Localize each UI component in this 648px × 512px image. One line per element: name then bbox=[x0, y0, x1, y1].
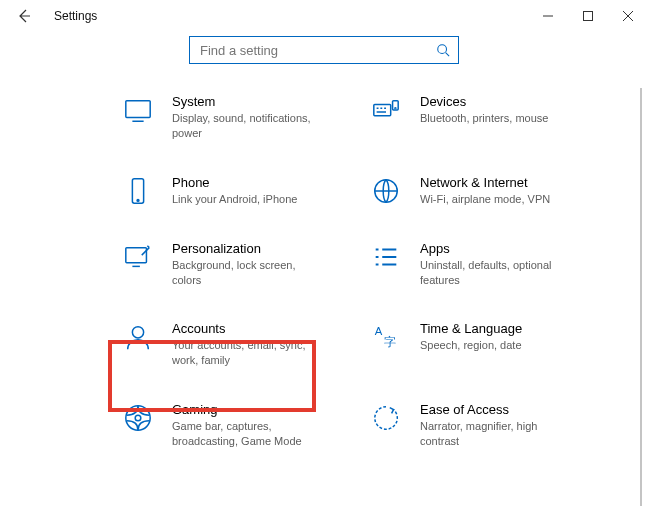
title-bar: Settings bbox=[0, 0, 648, 32]
svg-point-5 bbox=[395, 108, 396, 109]
tile-desc: Display, sound, notifications, power bbox=[172, 111, 312, 141]
tile-gaming[interactable]: Gaming Game bar, captures, broadcasting,… bbox=[118, 396, 346, 455]
system-icon bbox=[122, 94, 154, 126]
svg-rect-2 bbox=[126, 101, 150, 118]
tile-desc: Bluetooth, printers, mouse bbox=[420, 111, 548, 126]
ease-of-access-icon bbox=[370, 402, 402, 434]
gaming-icon bbox=[122, 402, 154, 434]
settings-grid: System Display, sound, notifications, po… bbox=[0, 88, 634, 455]
tile-title: Gaming bbox=[172, 402, 312, 417]
tile-desc: Narrator, magnifier, high contrast bbox=[420, 419, 560, 449]
tile-title: Phone bbox=[172, 175, 297, 190]
search-input[interactable] bbox=[198, 42, 436, 59]
svg-text:字: 字 bbox=[384, 336, 396, 350]
search-icon bbox=[436, 43, 450, 57]
tile-desc: Uninstall, defaults, optional features bbox=[420, 258, 560, 288]
tile-desc: Background, lock screen, colors bbox=[172, 258, 312, 288]
tile-desc: Game bar, captures, broadcasting, Game M… bbox=[172, 419, 312, 449]
tile-personalization[interactable]: Personalization Background, lock screen,… bbox=[118, 235, 346, 294]
close-button[interactable] bbox=[608, 0, 648, 32]
tile-desc: Your accounts, email, sync, work, family bbox=[172, 338, 312, 368]
tile-title: Personalization bbox=[172, 241, 312, 256]
svg-point-14 bbox=[135, 415, 141, 421]
tile-title: Ease of Access bbox=[420, 402, 560, 417]
tile-title: Network & Internet bbox=[420, 175, 550, 190]
window-controls bbox=[528, 0, 648, 32]
maximize-button[interactable] bbox=[568, 0, 608, 32]
minimize-button[interactable] bbox=[528, 0, 568, 32]
tile-accounts[interactable]: Accounts Your accounts, email, sync, wor… bbox=[118, 315, 346, 374]
back-button[interactable] bbox=[8, 0, 40, 32]
tile-system[interactable]: System Display, sound, notifications, po… bbox=[118, 88, 346, 147]
tile-time-language[interactable]: A 字 Time & Language Speech, region, date bbox=[366, 315, 594, 374]
search-box[interactable] bbox=[189, 36, 459, 64]
tile-title: Accounts bbox=[172, 321, 312, 336]
tile-title: System bbox=[172, 94, 312, 109]
tile-desc: Wi-Fi, airplane mode, VPN bbox=[420, 192, 550, 207]
network-icon bbox=[370, 175, 402, 207]
tile-title: Time & Language bbox=[420, 321, 522, 336]
svg-rect-9 bbox=[126, 247, 147, 262]
tile-network[interactable]: Network & Internet Wi-Fi, airplane mode,… bbox=[366, 169, 594, 213]
svg-text:A: A bbox=[375, 326, 383, 338]
tile-ease-of-access[interactable]: Ease of Access Narrator, magnifier, high… bbox=[366, 396, 594, 455]
tile-apps[interactable]: Apps Uninstall, defaults, optional featu… bbox=[366, 235, 594, 294]
svg-point-7 bbox=[137, 199, 139, 201]
tile-title: Apps bbox=[420, 241, 560, 256]
tile-title: Devices bbox=[420, 94, 548, 109]
phone-icon bbox=[122, 175, 154, 207]
tile-desc: Link your Android, iPhone bbox=[172, 192, 297, 207]
tile-devices[interactable]: Devices Bluetooth, printers, mouse bbox=[366, 88, 594, 147]
devices-icon bbox=[370, 94, 402, 126]
svg-point-10 bbox=[132, 327, 143, 338]
window-title: Settings bbox=[54, 9, 97, 23]
accounts-icon bbox=[122, 321, 154, 353]
time-language-icon: A 字 bbox=[370, 321, 402, 353]
personalization-icon bbox=[122, 241, 154, 273]
svg-point-1 bbox=[438, 45, 447, 54]
tile-phone[interactable]: Phone Link your Android, iPhone bbox=[118, 169, 346, 213]
apps-icon bbox=[370, 241, 402, 273]
tile-desc: Speech, region, date bbox=[420, 338, 522, 353]
svg-rect-3 bbox=[374, 104, 391, 115]
scrollbar[interactable] bbox=[640, 88, 642, 506]
svg-rect-0 bbox=[584, 12, 593, 21]
